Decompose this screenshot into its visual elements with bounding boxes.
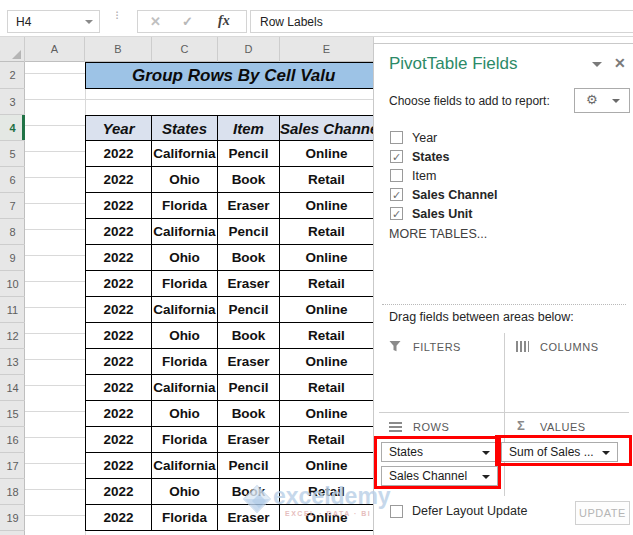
- row-header-4[interactable]: 4: [0, 115, 25, 141]
- table-cell[interactable]: Retail: [280, 479, 374, 505]
- table-cell[interactable]: Retail: [280, 271, 374, 297]
- column-header-E[interactable]: E: [280, 37, 374, 62]
- field-checkbox[interactable]: [390, 169, 403, 182]
- field-checkbox[interactable]: ✓: [390, 207, 403, 220]
- table-cell[interactable]: Online: [280, 401, 374, 427]
- table-cell[interactable]: Online: [280, 505, 374, 531]
- table-cell[interactable]: Retail: [280, 167, 374, 193]
- table-cell[interactable]: 2022: [85, 323, 152, 349]
- table-cell[interactable]: California: [152, 453, 218, 479]
- table-cell[interactable]: Pencil: [218, 219, 280, 245]
- row-header-6[interactable]: 6: [0, 167, 25, 193]
- column-header-B[interactable]: B: [85, 37, 152, 62]
- table-cell[interactable]: 2022: [85, 297, 152, 323]
- table-cell[interactable]: 2022: [85, 193, 152, 219]
- more-tables-link[interactable]: MORE TABLES...: [389, 227, 487, 241]
- table-cell[interactable]: Book: [218, 401, 280, 427]
- table-cell[interactable]: California: [152, 375, 218, 401]
- table-cell[interactable]: Ohio: [152, 323, 218, 349]
- table-header-cell[interactable]: Item: [218, 115, 280, 141]
- table-cell[interactable]: Book: [218, 167, 280, 193]
- row-header-2[interactable]: 2: [0, 62, 25, 89]
- table-cell[interactable]: 2022: [85, 401, 152, 427]
- column-header-A[interactable]: A: [25, 37, 85, 62]
- field-checkbox[interactable]: ✓: [390, 150, 403, 163]
- table-cell[interactable]: Eraser: [218, 271, 280, 297]
- row-header-17[interactable]: 17: [0, 453, 25, 479]
- row-header-19[interactable]: 19: [0, 505, 25, 531]
- table-cell[interactable]: 2022: [85, 271, 152, 297]
- table-header-cell[interactable]: States: [152, 115, 218, 141]
- row-header-16[interactable]: 16: [0, 427, 25, 453]
- table-cell[interactable]: Ohio: [152, 401, 218, 427]
- row-header-13[interactable]: 13: [0, 349, 25, 375]
- insert-function-icon[interactable]: fx: [218, 13, 230, 29]
- table-cell[interactable]: Pencil: [218, 453, 280, 479]
- table-cell[interactable]: Ohio: [152, 167, 218, 193]
- table-cell[interactable]: 2022: [85, 245, 152, 271]
- table-cell[interactable]: Online: [280, 245, 374, 271]
- table-cell[interactable]: 2022: [85, 375, 152, 401]
- name-box[interactable]: H4: [7, 10, 100, 33]
- row-header-11[interactable]: 11: [0, 297, 25, 323]
- table-cell[interactable]: Retail: [280, 375, 374, 401]
- table-cell[interactable]: Retail: [280, 323, 374, 349]
- field-checkbox[interactable]: ✓: [390, 188, 403, 201]
- enter-icon[interactable]: ✓: [182, 14, 193, 29]
- close-icon[interactable]: ✕: [614, 55, 626, 71]
- table-cell[interactable]: Book: [218, 323, 280, 349]
- table-cell[interactable]: Pencil: [218, 297, 280, 323]
- column-header-C[interactable]: C: [152, 37, 218, 62]
- table-cell[interactable]: 2022: [85, 141, 152, 167]
- table-cell[interactable]: 2022: [85, 349, 152, 375]
- table-cell[interactable]: Florida: [152, 427, 218, 453]
- table-cell[interactable]: Eraser: [218, 349, 280, 375]
- update-button[interactable]: UPDATE: [575, 501, 630, 525]
- table-header-cell[interactable]: Sales Channel: [280, 115, 374, 141]
- table-cell[interactable]: Eraser: [218, 427, 280, 453]
- row-header-12[interactable]: 12: [0, 323, 25, 349]
- table-cell[interactable]: 2022: [85, 219, 152, 245]
- table-cell[interactable]: Online: [280, 193, 374, 219]
- table-cell[interactable]: Online: [280, 141, 374, 167]
- row-header-3[interactable]: 3: [0, 89, 25, 115]
- table-cell[interactable]: 2022: [85, 167, 152, 193]
- empty-row[interactable]: [85, 89, 375, 115]
- row-header-5[interactable]: 5: [0, 141, 25, 167]
- table-cell[interactable]: Book: [218, 479, 280, 505]
- defer-layout-checkbox[interactable]: [390, 505, 403, 518]
- table-title-cell[interactable]: Group Rows By Cell Valu: [85, 62, 375, 89]
- table-cell[interactable]: Eraser: [218, 193, 280, 219]
- cancel-icon[interactable]: ✕: [150, 14, 161, 29]
- table-cell[interactable]: Ohio: [152, 245, 218, 271]
- pane-options-dropdown-icon[interactable]: [592, 62, 602, 67]
- name-box-dropdown-icon[interactable]: [85, 20, 93, 24]
- column-header-D[interactable]: D: [218, 37, 280, 62]
- table-cell[interactable]: Pencil: [218, 141, 280, 167]
- formula-bar[interactable]: Row Labels: [250, 10, 633, 33]
- row-header-15[interactable]: 15: [0, 401, 25, 427]
- table-cell[interactable]: Retail: [280, 219, 374, 245]
- table-cell[interactable]: Online: [280, 297, 374, 323]
- table-cell[interactable]: California: [152, 219, 218, 245]
- table-cell[interactable]: Florida: [152, 349, 218, 375]
- row-header-7[interactable]: 7: [0, 193, 25, 219]
- row-header-9[interactable]: 9: [0, 245, 25, 271]
- table-cell[interactable]: Florida: [152, 271, 218, 297]
- table-header-cell[interactable]: Year: [85, 115, 152, 141]
- table-cell[interactable]: Book: [218, 245, 280, 271]
- table-cell[interactable]: Online: [280, 453, 374, 479]
- table-cell[interactable]: 2022: [85, 427, 152, 453]
- table-cell[interactable]: California: [152, 141, 218, 167]
- table-cell[interactable]: 2022: [85, 453, 152, 479]
- select-all-corner[interactable]: [0, 37, 25, 62]
- table-cell[interactable]: Eraser: [218, 505, 280, 531]
- row-header-18[interactable]: 18: [0, 479, 25, 505]
- table-cell[interactable]: Florida: [152, 193, 218, 219]
- row-header-8[interactable]: 8: [0, 219, 25, 245]
- table-cell[interactable]: 2022: [85, 479, 152, 505]
- table-cell[interactable]: Ohio: [152, 479, 218, 505]
- table-cell[interactable]: Pencil: [218, 375, 280, 401]
- table-cell[interactable]: Florida: [152, 505, 218, 531]
- row-header-10[interactable]: 10: [0, 271, 25, 297]
